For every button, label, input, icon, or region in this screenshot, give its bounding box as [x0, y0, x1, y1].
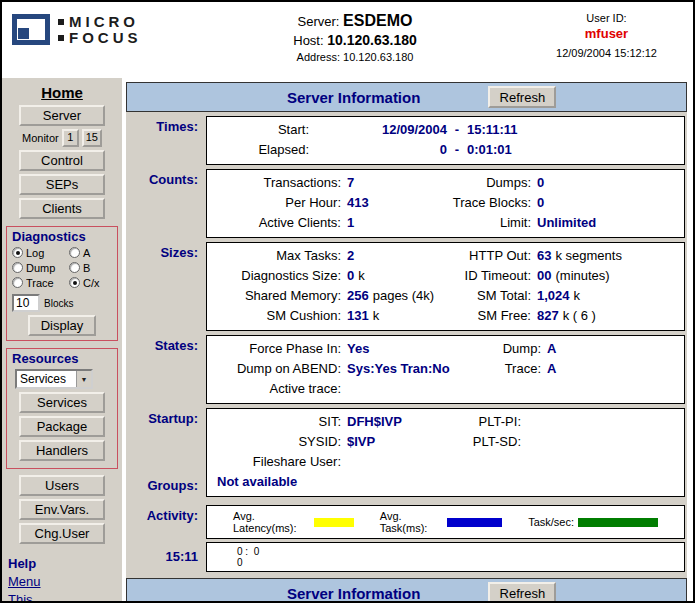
blocks-input[interactable]: 10 [12, 294, 40, 312]
radio-button-icon [12, 247, 23, 258]
latency-legend-bar [314, 518, 354, 527]
field-label: Trace Blocks: [442, 193, 537, 213]
field-label: Transactions: [207, 173, 347, 193]
main-area: Server Information Refresh Times: Start:… [122, 78, 693, 601]
field-label: ID Timeout: [442, 266, 537, 286]
address-label: Address: [297, 51, 340, 63]
legend-label: Avg. Latency(ms): [233, 510, 310, 534]
radio-log[interactable]: Log [12, 246, 69, 259]
clients-button[interactable]: Clients [19, 198, 105, 219]
users-button[interactable]: Users [19, 475, 105, 496]
env-vars-button[interactable]: Env.Vars. [19, 499, 105, 520]
radio-button-icon [12, 262, 23, 273]
counts-panel: Transactions: 7 Dumps: 0 Per Hour: 413 T… [206, 169, 685, 238]
field-value [527, 412, 684, 432]
elapsed-time: 0:01:01 [467, 140, 557, 160]
logo-bullet-icon [58, 19, 64, 25]
field-value [347, 379, 467, 399]
monitor-field-1[interactable]: 1 [62, 129, 79, 147]
refresh-button[interactable]: Refresh [488, 86, 556, 108]
control-button[interactable]: Control [19, 150, 105, 171]
package-button[interactable]: Package [19, 416, 105, 437]
login-timestamp: 12/09/2004 15:12:12 [528, 47, 685, 59]
logo-inner-square [18, 28, 29, 39]
field-value: Sys:Yes Tran:No [347, 359, 467, 379]
startup-labels: Startup: Groups: [126, 408, 206, 497]
field-value: A [547, 359, 684, 379]
field-label: Per Hour: [207, 193, 347, 213]
start-date: 12/09/2004 [317, 120, 447, 140]
server-info-header-bar: Server Information Refresh [126, 82, 687, 112]
radio-button-icon [12, 277, 23, 288]
radio-a[interactable]: A [69, 246, 115, 259]
resources-select[interactable]: Services ▼ [15, 369, 93, 389]
diagnostics-group: Diagnostics Log A Dump B Trace C/x 10 Bl… [6, 226, 118, 341]
chevron-down-icon: ▼ [76, 371, 91, 387]
display-button[interactable]: Display [28, 315, 96, 336]
user-info: User ID: mfuser 12/09/2004 15:12:12 [528, 2, 693, 78]
field-label: Active trace: [207, 379, 347, 399]
radio-trace[interactable]: Trace [12, 276, 69, 289]
menu-link[interactable]: Menu [8, 574, 41, 589]
field-label: Max Tasks: [207, 246, 347, 266]
times-panel: Start: 12/09/2004 - 15:11:11 Elapsed: 0 … [206, 116, 685, 165]
field-value: 7 [347, 173, 442, 193]
sidebar: Home Server Monitor 1 15 Control SEPs Cl… [2, 78, 122, 601]
radio-dump[interactable]: Dump [12, 261, 69, 274]
server-button[interactable]: Server [19, 105, 105, 126]
truncated-link[interactable]: This [8, 592, 33, 601]
field-value [527, 432, 684, 452]
home-link[interactable]: Home [2, 84, 122, 101]
monitor-controls: Monitor 1 15 [2, 129, 122, 147]
field-value: 0k [347, 266, 442, 286]
seps-button[interactable]: SEPs [19, 174, 105, 195]
resources-select-value: Services [17, 371, 76, 387]
task-sec-legend-bar [578, 518, 658, 527]
field-label [467, 379, 547, 399]
field-value: 2 [347, 246, 442, 266]
activity-timestamp-label: 15:11 [126, 542, 206, 572]
activity-panel: Avg. Latency(ms): Avg. Task(ms): Task/se… [206, 505, 685, 539]
server-information-panel: Server Information Refresh Times: Start:… [126, 82, 687, 603]
radio-label: B [83, 262, 90, 274]
monitor-field-2[interactable]: 15 [82, 129, 102, 147]
field-value: Yes [347, 339, 467, 359]
field-value: DFH$IVP [347, 412, 457, 432]
field-label: Force Phase In: [207, 339, 347, 359]
field-value: 1,024k [537, 286, 684, 306]
field-value: Unlimited [537, 213, 684, 233]
radio-label: A [83, 247, 90, 259]
radio-b[interactable]: B [69, 261, 115, 274]
field-label: SIT: [207, 412, 347, 432]
user-id-value: mfuser [528, 26, 685, 41]
radio-label: Trace [26, 277, 54, 289]
states-label: States: [126, 335, 206, 404]
field-value [547, 379, 684, 399]
legend-label: Avg. Task(ms): [380, 510, 443, 534]
times-label: Times: [126, 116, 206, 165]
field-label: Diagnostics Size: [207, 266, 347, 286]
field-value: 63k segments [537, 246, 684, 266]
field-label: Dumps: [442, 173, 537, 193]
host-label: Host: [293, 33, 323, 48]
micro-focus-logo: MICRO FOCUS [2, 2, 182, 78]
field-label: Dump on ABEND: [207, 359, 347, 379]
startup-grid: SIT: DFH$IVP PLT-PI: SYSID: $IVP PLT-SD:… [207, 412, 684, 472]
radio-cx[interactable]: C/x [69, 276, 115, 289]
server-name: ESDEMO [343, 12, 412, 29]
refresh-button[interactable]: Refresh [488, 582, 556, 603]
field-value: 1 [347, 213, 442, 233]
field-label: PLT-SD: [457, 432, 527, 452]
startup-panel: SIT: DFH$IVP PLT-PI: SYSID: $IVP PLT-SD:… [206, 408, 685, 497]
services-button[interactable]: Services [19, 392, 105, 413]
chg-user-button[interactable]: Chg.User [19, 523, 105, 544]
page-header: MICRO FOCUS Server: ESDEMO Host: 10.120.… [2, 2, 693, 78]
resources-group: Resources Services ▼ Services Package Ha… [6, 348, 118, 469]
separator: - [447, 120, 467, 140]
field-label: Fileshare User: [207, 452, 347, 472]
start-time: 15:11:11 [467, 120, 557, 140]
elapsed-days: 0 [317, 140, 447, 160]
handlers-button[interactable]: Handlers [19, 440, 105, 461]
body: Home Server Monitor 1 15 Control SEPs Cl… [2, 78, 693, 601]
radio-label: C/x [83, 277, 100, 289]
